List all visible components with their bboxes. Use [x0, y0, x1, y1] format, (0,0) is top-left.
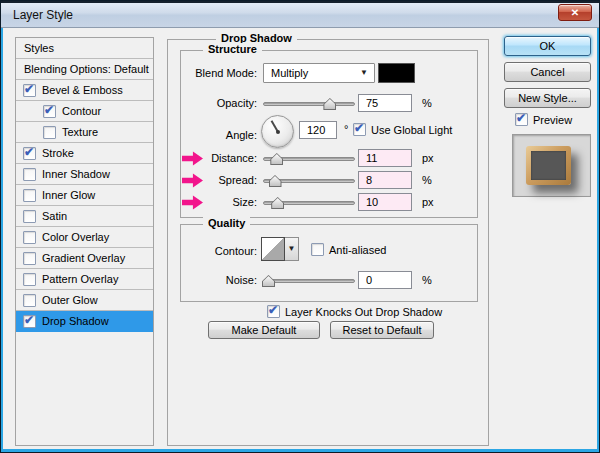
size-slider-thumb[interactable] [271, 197, 284, 209]
layer-knocks-out-checkbox[interactable]: ✔ Layer Knocks Out Drop Shadow [267, 305, 442, 318]
sidebar-item-satin[interactable]: Satin [16, 206, 153, 227]
reset-to-default-button[interactable]: Reset to Default [330, 321, 434, 339]
checkbox-checked-icon[interactable]: ✔ [515, 113, 528, 126]
sidebar-item-blending-options[interactable]: Blending Options: Default [16, 59, 153, 80]
checkbox-unchecked-icon[interactable] [23, 273, 36, 286]
checkbox-unchecked-icon[interactable] [23, 168, 36, 181]
sidebar-item-bevel-emboss[interactable]: ✔ Bevel & Emboss [16, 80, 153, 101]
close-button[interactable]: ✕ [558, 4, 592, 21]
checkbox-checked-icon[interactable]: ✔ [23, 147, 36, 160]
styles-list: Styles Blending Options: Default ✔ Bevel… [15, 37, 154, 446]
structure-group-title: Structure [203, 43, 262, 55]
opacity-input[interactable] [358, 94, 412, 112]
sidebar-item-texture[interactable]: Texture [16, 122, 153, 143]
preview-checkbox[interactable]: ✔ Preview [515, 113, 572, 126]
sidebar-item-stroke[interactable]: ✔ Stroke [16, 143, 153, 164]
spread-slider[interactable] [263, 179, 355, 183]
checkbox-checked-icon[interactable]: ✔ [23, 315, 36, 328]
sidebar-item-inner-shadow[interactable]: Inner Shadow [16, 164, 153, 185]
opacity-unit: % [422, 97, 432, 109]
checkbox-unchecked-icon[interactable] [23, 252, 36, 265]
ok-button[interactable]: OK [504, 36, 591, 56]
chevron-down-icon: ▼ [360, 68, 368, 77]
sidebar-item-inner-glow[interactable]: Inner Glow [16, 185, 153, 206]
cancel-button[interactable]: Cancel [504, 62, 591, 82]
checkbox-unchecked-icon[interactable] [23, 189, 36, 202]
size-unit: px [422, 196, 434, 208]
checkbox-checked-icon[interactable]: ✔ [23, 84, 36, 97]
preview-square [526, 146, 571, 185]
close-icon: ✕ [571, 7, 579, 18]
noise-unit: % [422, 274, 432, 286]
sidebar-item-pattern-overlay[interactable]: Pattern Overlay [16, 269, 153, 290]
sidebar-item-outer-glow[interactable]: Outer Glow [16, 290, 153, 311]
angle-center-dot [276, 130, 280, 134]
distance-slider-thumb[interactable] [270, 153, 283, 165]
drop-shadow-panel: Drop Shadow Structure Blend Mode: Multip… [167, 39, 489, 446]
checkbox-unchecked-icon[interactable] [311, 243, 324, 256]
preview-label: Preview [533, 114, 572, 126]
spread-slider-thumb[interactable] [269, 175, 282, 187]
noise-slider[interactable] [263, 279, 355, 283]
checkbox-unchecked-icon[interactable] [43, 126, 56, 139]
checkbox-checked-icon[interactable]: ✔ [43, 105, 56, 118]
size-label: Size: [181, 196, 257, 208]
angle-input[interactable] [299, 121, 337, 139]
sidebar-item-contour[interactable]: ✔ Contour [16, 101, 153, 122]
contour-preset-swatch[interactable] [261, 237, 285, 261]
make-default-button[interactable]: Make Default [208, 321, 320, 339]
checkbox-checked-icon[interactable]: ✔ [353, 123, 366, 136]
sidebar-item-styles[interactable]: Styles [16, 38, 153, 59]
sidebar-item-drop-shadow[interactable]: ✔ Drop Shadow [16, 311, 153, 332]
opacity-label: Opacity: [181, 97, 257, 109]
spread-label: Spread: [181, 174, 257, 186]
contour-label: Contour: [181, 245, 257, 257]
distance-slider[interactable] [263, 157, 355, 161]
spread-unit: % [422, 174, 432, 186]
size-slider[interactable] [263, 201, 355, 205]
distance-label: Distance: [181, 152, 257, 164]
quality-group-title: Quality [203, 217, 250, 229]
noise-slider-thumb[interactable] [262, 275, 275, 287]
structure-group: Structure Blend Mode: Multiply ▼ Opacity… [180, 50, 478, 218]
checkbox-unchecked-icon[interactable] [23, 231, 36, 244]
opacity-slider[interactable] [263, 102, 355, 106]
chevron-down-icon: ▼ [288, 244, 296, 253]
noise-input[interactable] [358, 271, 412, 289]
quality-group: Quality Contour: ▼ Anti-aliased Noise: % [180, 224, 478, 302]
angle-unit: ° [344, 123, 348, 135]
anti-aliased-checkbox[interactable]: Anti-aliased [311, 243, 386, 256]
angle-label: Angle: [181, 129, 257, 141]
angle-dial[interactable] [261, 115, 294, 148]
new-style-button[interactable]: New Style... [504, 88, 591, 108]
sidebar-item-gradient-overlay[interactable]: Gradient Overlay [16, 248, 153, 269]
spread-input[interactable] [358, 171, 412, 189]
anti-aliased-label: Anti-aliased [329, 244, 386, 256]
use-global-light-label: Use Global Light [371, 124, 452, 136]
checkbox-unchecked-icon[interactable] [23, 294, 36, 307]
style-preview-thumbnail [512, 134, 591, 197]
opacity-slider-thumb[interactable] [323, 98, 336, 110]
blend-mode-value: Multiply [271, 67, 308, 79]
contour-dropdown-button[interactable]: ▼ [285, 237, 299, 261]
sidebar-item-color-overlay[interactable]: Color Overlay [16, 227, 153, 248]
layer-style-dialog: Layer Style ✕ Styles Blending Options: D… [0, 0, 600, 453]
distance-input[interactable] [358, 149, 412, 167]
use-global-light-checkbox[interactable]: ✔ Use Global Light [353, 123, 452, 136]
size-input[interactable] [358, 193, 412, 211]
window-title: Layer Style [13, 8, 73, 22]
title-bar[interactable]: Layer Style ✕ [1, 1, 599, 28]
shadow-color-swatch[interactable] [378, 63, 415, 83]
blend-mode-label: Blend Mode: [181, 67, 257, 79]
checkbox-checked-icon[interactable]: ✔ [267, 305, 280, 318]
checkbox-unchecked-icon[interactable] [23, 210, 36, 223]
noise-label: Noise: [181, 274, 257, 286]
blend-mode-select[interactable]: Multiply ▼ [263, 63, 375, 83]
layer-knocks-out-label: Layer Knocks Out Drop Shadow [285, 306, 442, 318]
distance-unit: px [422, 152, 434, 164]
